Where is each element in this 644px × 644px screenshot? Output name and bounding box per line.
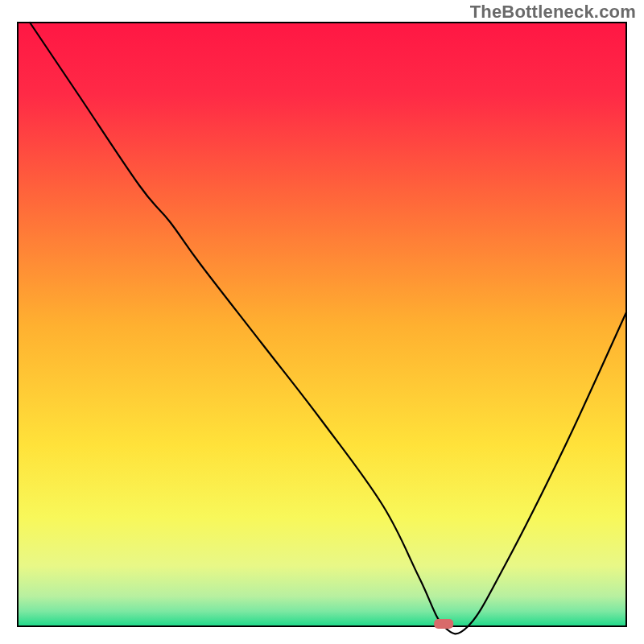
optimal-marker bbox=[434, 619, 453, 629]
watermark-text: TheBottleneck.com bbox=[470, 2, 636, 23]
plot-area bbox=[18, 23, 626, 634]
gradient-background bbox=[18, 23, 626, 626]
chart-container: TheBottleneck.com bbox=[0, 0, 644, 644]
bottleneck-chart bbox=[0, 0, 644, 644]
